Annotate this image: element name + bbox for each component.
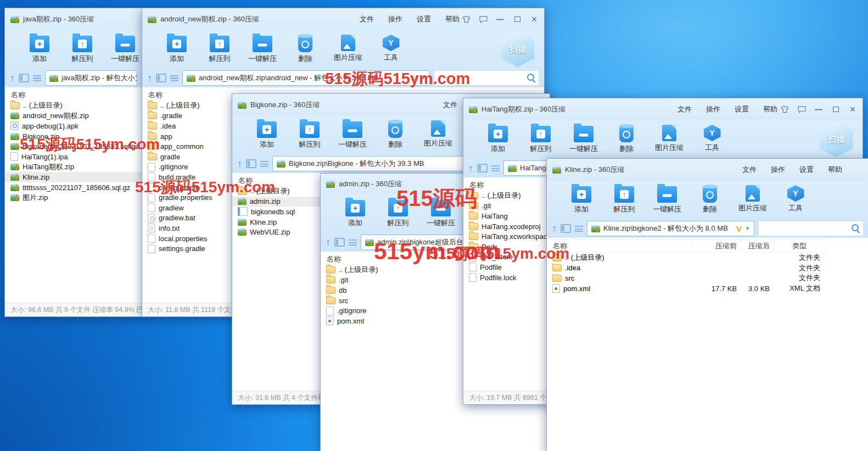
menu-file[interactable]: 文件 [742,165,757,175]
add-button[interactable]: +添加 [245,116,288,149]
menu-help[interactable]: 帮助 [763,104,777,114]
titlebar[interactable]: java期权.zip - 360压缩 [5,8,142,30]
column-header-name[interactable]: 名称 [547,241,693,251]
up-button[interactable]: ↑ [468,163,473,173]
vip-badge[interactable]: V [412,74,417,83]
delete-button[interactable]: 删除 [374,116,417,149]
extract-to-button[interactable]: ↑解压到 [198,30,241,64]
scan-shield-button[interactable]: 扫描 [500,32,536,67]
list-view-button[interactable] [170,75,178,81]
image-compress-button[interactable]: 图片压缩 [648,120,691,153]
scan-shield-button[interactable]: 扫描 [818,122,854,157]
list-view-button[interactable] [260,161,268,167]
tools-button[interactable]: Y工具 [774,181,817,213]
menu-file[interactable]: 文件 [677,104,692,114]
up-button[interactable]: ↑ [147,73,152,83]
feedback-button[interactable] [479,15,488,24]
list-view-button[interactable] [33,75,41,81]
add-button[interactable]: +添加 [560,181,603,214]
one-key-extract-button[interactable]: 一键解压 [419,194,462,228]
column-header-after[interactable]: 压缩后 [741,240,774,252]
thumbnail-view-button[interactable] [477,164,488,172]
menu-file[interactable]: 文件 [443,100,457,110]
thumbnail-view-button[interactable] [334,238,345,247]
menu-settings[interactable]: 设置 [417,14,431,24]
up-button[interactable]: ↑ [326,237,331,247]
file-row[interactable]: pom.xml 17.7 KB 3.0 KB XML 文档 [547,283,827,294]
one-key-extract-button[interactable]: 一键解压 [562,120,605,154]
list-view-button[interactable] [491,165,500,171]
column-header-name[interactable]: 名称 [5,89,142,101]
titlebar[interactable]: Kline.zip - 360压缩 文件 操作 设置 帮助 [547,159,868,181]
thumbnail-view-button[interactable] [561,224,571,233]
chevron-down-icon[interactable]: ▼ [421,75,425,81]
file-row[interactable]: Bigkone.zip [5,131,142,142]
extract-to-button[interactable]: ↑解压到 [377,194,419,228]
close-button[interactable]: × [848,105,857,114]
file-row[interactable]: app-debug(1).apk [5,121,142,131]
tools-button[interactable]: Y工具 [691,120,733,153]
one-key-extract-button[interactable]: 一键解压 [331,116,374,149]
up-button[interactable]: ↑ [552,224,557,233]
column-header-type[interactable]: 类型 [774,240,827,252]
delete-button[interactable]: 删除 [605,120,648,154]
extract-to-button[interactable]: ↑解压到 [288,116,331,149]
delete-button[interactable]: 删除 [688,181,731,214]
menu-actions[interactable]: 操作 [388,14,402,24]
tools-button[interactable]: Y工具 [369,30,412,63]
image-compress-button[interactable]: 图片压缩 [327,30,369,63]
close-button[interactable]: × [530,15,539,24]
search-input[interactable] [434,70,539,86]
file-row-selected[interactable]: Kline.zip [5,172,142,182]
up-button[interactable]: ↑ [10,73,15,83]
file-row[interactable]: 图片.zip [5,192,142,203]
add-button[interactable]: +添加 [155,30,198,64]
skin-button[interactable] [462,15,471,24]
extract-to-button[interactable]: ↑解压到 [603,181,646,214]
menu-settings[interactable]: 设置 [735,104,749,114]
chevron-down-icon[interactable]: ▼ [745,226,750,231]
minimize-button[interactable]: — [814,105,823,114]
file-row[interactable]: .. (上级目录) 文件夹 [547,253,827,263]
file-row[interactable]: HaiTang期权.zip [5,162,142,172]
file-row[interactable]: HaiTang(1).ipa [5,152,142,162]
file-row[interactable]: .idea 文件夹 [547,263,827,274]
add-button[interactable]: +添加 [334,194,377,228]
file-row[interactable]: src 文件夹 [547,273,827,283]
titlebar[interactable]: android_new期权.zip - 360压缩 文件 操作 设置 帮助 — … [142,8,544,30]
search-input[interactable] [758,221,864,236]
file-row[interactable]: .. (上级目录) [5,101,142,111]
column-header-before[interactable]: 压缩前 [693,240,741,252]
menu-actions[interactable]: 操作 [771,165,785,175]
feedback-button[interactable] [797,105,806,114]
file-row[interactable]: tttttssss_20221107_185606.sql.gz [5,182,142,193]
menu-actions[interactable]: 操作 [706,104,720,114]
one-key-extract-button[interactable]: 一键解压 [646,181,688,214]
thumbnail-view-button[interactable] [19,74,29,82]
file-row[interactable]: android_new期权.zip [5,111,142,121]
vip-badge[interactable]: V [736,224,742,233]
menu-file[interactable]: 文件 [360,14,374,24]
address-bar[interactable]: android_new期权.zip\android_new - 解包大小为 39… [182,70,430,86]
file-row[interactable]: bigkonedb_20221107_185633.sql.gz [5,141,142,152]
add-button[interactable]: +添加 [477,120,519,154]
menu-help[interactable]: 帮助 [445,14,460,24]
menu-help[interactable]: 帮助 [828,165,842,175]
skin-button[interactable] [780,105,789,114]
extract-to-button[interactable]: ↑解压到 [519,120,562,154]
list-view-button[interactable] [575,226,583,232]
delete-button[interactable]: 删除 [284,30,327,64]
add-button[interactable]: +添加 [18,30,61,64]
thumbnail-view-button[interactable] [156,74,166,82]
thumbnail-view-button[interactable] [246,159,256,168]
address-bar[interactable]: java期权.zip - 解包大小为 [45,70,137,86]
extract-to-button[interactable]: ↑解压到 [61,30,104,64]
titlebar[interactable]: HaiTang期权.zip - 360压缩 文件 操作 设置 帮助 — × [463,98,863,120]
list-view-button[interactable] [349,240,357,246]
image-compress-button[interactable]: 图片压缩 [417,116,460,148]
maximize-button[interactable] [513,15,522,24]
address-bar[interactable]: Kline.zip\bigkone2 - 解包大小为 8.0 MB V ▼ [587,221,754,236]
one-key-extract-button[interactable]: 一键解压 [104,30,143,64]
image-compress-button[interactable]: 图片压缩 [731,181,774,213]
menu-settings[interactable]: 设置 [799,165,814,175]
